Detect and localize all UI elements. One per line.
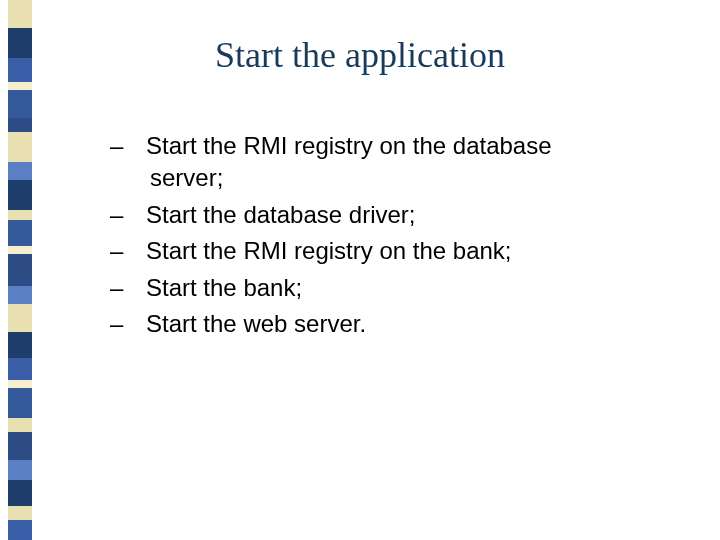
sidebar-block bbox=[8, 0, 32, 28]
sidebar-block bbox=[8, 506, 32, 520]
dash-icon: – bbox=[130, 235, 146, 267]
sidebar-block bbox=[8, 90, 32, 118]
sidebar-block bbox=[8, 254, 32, 286]
list-item: –Start the RMI registry on the bank; bbox=[130, 235, 630, 267]
sidebar-block bbox=[8, 118, 32, 132]
sidebar-block bbox=[8, 180, 32, 210]
list-item-text: Start the bank; bbox=[146, 274, 302, 301]
list-item-text: Start the web server. bbox=[146, 310, 366, 337]
sidebar-block bbox=[8, 210, 32, 220]
sidebar-block bbox=[8, 246, 32, 254]
list-item: –Start the database driver; bbox=[130, 199, 630, 231]
sidebar-block bbox=[8, 388, 32, 418]
sidebar-block bbox=[8, 162, 32, 180]
bullet-list: –Start the RMI registry on the database … bbox=[130, 130, 630, 344]
sidebar-block bbox=[8, 520, 32, 540]
list-item-text: Start the RMI registry on the database s… bbox=[146, 132, 552, 191]
list-item: –Start the RMI registry on the database … bbox=[130, 130, 630, 195]
sidebar-block bbox=[8, 286, 32, 304]
sidebar-block bbox=[8, 432, 32, 460]
list-item-text: Start the database driver; bbox=[146, 201, 415, 228]
list-item: –Start the web server. bbox=[130, 308, 630, 340]
slide-title: Start the application bbox=[0, 34, 720, 76]
sidebar-block bbox=[8, 480, 32, 506]
sidebar-block bbox=[8, 332, 32, 358]
sidebar-block bbox=[8, 304, 32, 332]
sidebar-block bbox=[8, 380, 32, 388]
decorative-sidebar bbox=[8, 0, 32, 540]
dash-icon: – bbox=[130, 199, 146, 231]
slide: Start the application –Start the RMI reg… bbox=[0, 0, 720, 540]
sidebar-block bbox=[8, 460, 32, 480]
sidebar-block bbox=[8, 358, 32, 380]
list-item-text: Start the RMI registry on the bank; bbox=[146, 237, 512, 264]
dash-icon: – bbox=[130, 308, 146, 340]
sidebar-block bbox=[8, 220, 32, 246]
dash-icon: – bbox=[130, 130, 146, 162]
dash-icon: – bbox=[130, 272, 146, 304]
sidebar-block bbox=[8, 418, 32, 432]
sidebar-block bbox=[8, 82, 32, 90]
sidebar-block bbox=[8, 132, 32, 162]
list-item: –Start the bank; bbox=[130, 272, 630, 304]
